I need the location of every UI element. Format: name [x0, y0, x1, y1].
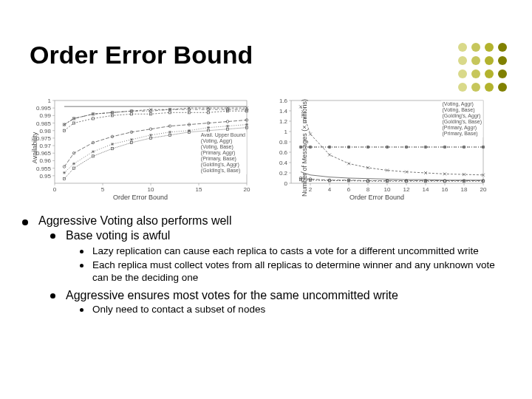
- svg-text:18: 18: [461, 186, 468, 193]
- svg-text:14: 14: [423, 186, 429, 193]
- svg-text:0.97: 0.97: [39, 143, 51, 149]
- svg-text:16: 16: [442, 186, 449, 193]
- svg-text:2: 2: [309, 186, 313, 193]
- svg-text:0.8: 0.8: [279, 139, 288, 146]
- svg-text:0.4: 0.4: [279, 160, 288, 166]
- svg-text:0.6: 0.6: [279, 149, 288, 156]
- svg-text:1.6: 1.6: [279, 98, 288, 104]
- svg-text:10: 10: [384, 186, 391, 193]
- svg-text:1.4: 1.4: [279, 108, 288, 115]
- bullet-1-1-a-text: Lazy replication can cause each replica …: [92, 245, 479, 258]
- chart2-xlabel: Order Error Bound: [349, 194, 404, 201]
- svg-text:0: 0: [53, 186, 57, 193]
- bullet-1-1-b-text: Each replica must collect votes from all…: [92, 259, 510, 284]
- svg-text:12: 12: [403, 186, 410, 193]
- chart2-ylabel: Number of Messages (× millions): [301, 99, 308, 197]
- page-title: Order Error Bound: [30, 41, 253, 69]
- bullet-dot-icon: [50, 293, 55, 299]
- svg-text:5: 5: [101, 186, 105, 193]
- svg-text:0.98: 0.98: [39, 128, 51, 134]
- bullet-1: Aggressive Voting also performs well: [22, 214, 510, 228]
- svg-text:15: 15: [196, 186, 202, 193]
- bullet-dot-icon: [80, 308, 83, 312]
- bullet-1-2: Aggressive ensures most votes for the sa…: [50, 289, 510, 302]
- svg-text:1.2: 1.2: [279, 118, 288, 125]
- svg-text:0.95: 0.95: [39, 173, 51, 180]
- svg-text:0.96: 0.96: [39, 157, 51, 164]
- svg-text:20: 20: [480, 186, 487, 193]
- chart1-xlabel: Order Error Bound: [113, 194, 168, 201]
- bullet-1-2-a-text: Only need to contact a subset of nodes: [92, 304, 265, 315]
- bullet-1-2-text: Aggressive ensures most votes for the sa…: [66, 289, 398, 302]
- chart1-ylabel: Availability: [31, 132, 38, 163]
- svg-text:20: 20: [244, 186, 250, 193]
- bullet-dot-icon: [80, 250, 83, 253]
- bullet-1-1-text: Base voting is awful: [66, 229, 170, 242]
- decorative-dot-grid: [458, 43, 508, 93]
- svg-text:6: 6: [347, 186, 351, 193]
- svg-text:0.985: 0.985: [36, 120, 52, 127]
- bullet-dot-icon: [22, 219, 28, 225]
- chart1-legend: Avail. Upper Bound(Voting, Aggr)(Voting,…: [200, 132, 247, 174]
- svg-text:4: 4: [328, 186, 332, 193]
- bullet-1-text: Aggressive Voting also performs well: [38, 214, 231, 228]
- bullet-1-2-a: Only need to contact a subset of nodes: [80, 304, 510, 315]
- svg-text:8: 8: [366, 186, 370, 193]
- svg-text:0.2: 0.2: [279, 170, 288, 177]
- chart-availability: Availability 051015200.950.9550.960.9650…: [30, 96, 251, 200]
- svg-text:0.955: 0.955: [36, 166, 52, 172]
- bullet-1-1: Base voting is awful: [50, 229, 510, 242]
- bullet-1-1-b: Each replica must collect votes from all…: [80, 259, 510, 284]
- svg-text:10: 10: [148, 186, 154, 193]
- svg-text:0: 0: [284, 180, 288, 187]
- chart-messages: Number of Messages (× millions) 24681012…: [266, 96, 488, 200]
- svg-text:1: 1: [284, 129, 288, 135]
- bullet-dot-icon: [80, 264, 83, 267]
- charts-row: Availability 051015200.950.9550.960.9650…: [30, 96, 502, 200]
- svg-text:0.995: 0.995: [36, 105, 52, 112]
- chart2-legend: (Voting, Aggr)(Voting, Base)(Golding's, …: [441, 100, 483, 137]
- bullet-1-1-a: Lazy replication can cause each replica …: [80, 245, 510, 258]
- svg-text:1: 1: [48, 98, 52, 104]
- bullet-list: Aggressive Voting also performs well Bas…: [22, 214, 510, 315]
- svg-text:0.99: 0.99: [39, 112, 51, 119]
- bullet-dot-icon: [50, 233, 55, 239]
